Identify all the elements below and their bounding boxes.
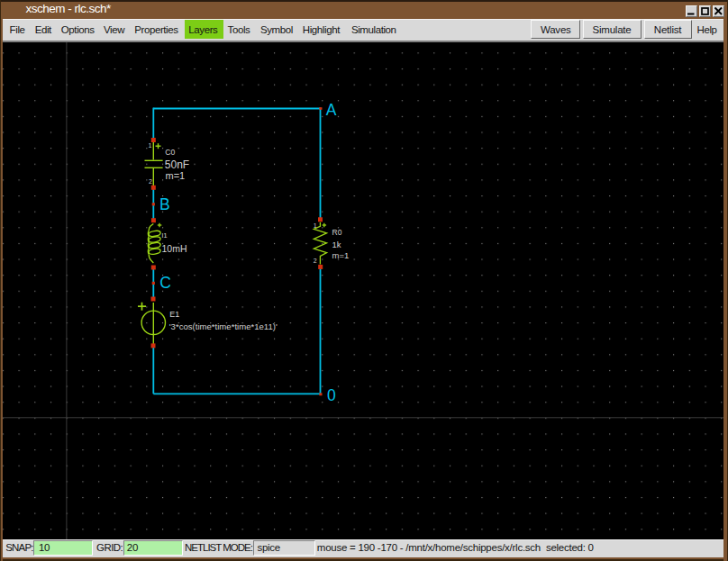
- svg-text:1k: 1k: [332, 240, 341, 249]
- svg-text:C0: C0: [165, 148, 175, 157]
- svg-text:E1: E1: [169, 310, 179, 319]
- svg-text:10mH: 10mH: [162, 243, 187, 254]
- svg-text:A: A: [326, 101, 337, 119]
- svg-text:2: 2: [314, 258, 317, 264]
- svg-text:0: 0: [327, 386, 336, 404]
- svg-text:l1: l1: [161, 231, 168, 240]
- svg-text:C: C: [159, 274, 171, 292]
- svg-text:m=1: m=1: [332, 250, 350, 260]
- svg-text:m=1: m=1: [166, 170, 186, 181]
- svg-text:R0: R0: [332, 228, 342, 237]
- svg-text:50nF: 50nF: [165, 158, 189, 171]
- svg-text:B: B: [159, 195, 170, 213]
- svg-text:2: 2: [149, 178, 152, 185]
- svg-text:1: 1: [314, 222, 317, 229]
- svg-text:'3*cos(time*time*time*1e11)': '3*cos(time*time*time*1e11)': [169, 322, 278, 331]
- svg-text:1: 1: [149, 142, 152, 149]
